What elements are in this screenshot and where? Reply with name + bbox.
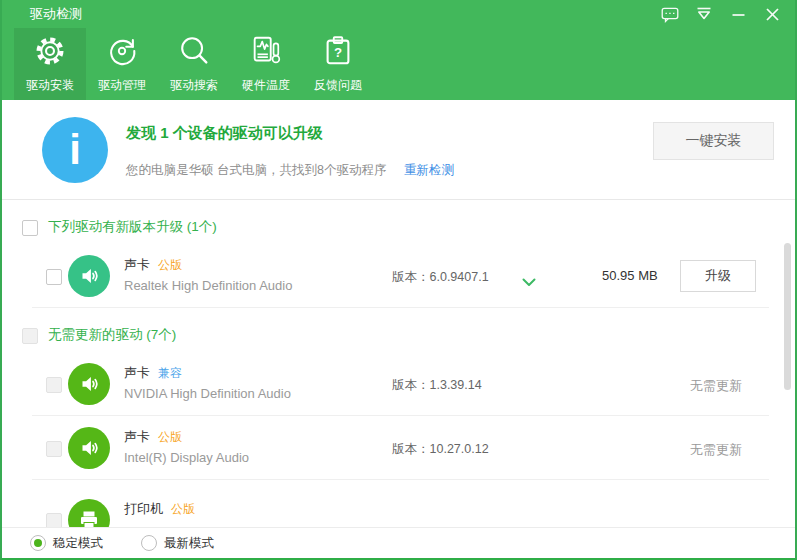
driver-version: 版本：6.0.9407.1 xyxy=(392,269,489,286)
driver-row-realtek: 声卡公版 Realtek High Definition Audio 版本：6.… xyxy=(2,244,795,308)
driver-status: 无需更新 xyxy=(690,377,742,395)
driver-tag: 兼容 xyxy=(158,366,182,380)
driver-status: 无需更新 xyxy=(690,441,742,459)
tab-label: 驱动管理 xyxy=(98,77,146,94)
driver-checkbox[interactable] xyxy=(46,513,62,528)
printer-icon xyxy=(68,499,110,528)
section-title: 无需更新的驱动 (7个) xyxy=(48,326,176,344)
upgrade-button[interactable]: 升级 xyxy=(680,260,756,292)
driver-row-printer: 打印机公版 xyxy=(2,488,795,528)
tab-label: 反馈问题 xyxy=(314,77,362,94)
latest-mode-radio[interactable] xyxy=(141,535,157,551)
message-bubble-icon[interactable] xyxy=(661,5,679,23)
temperature-icon xyxy=(249,34,283,72)
driver-category-label: 声卡 xyxy=(124,365,150,380)
driver-device-name: NVIDIA High Definition Audio xyxy=(124,386,291,401)
driver-checkbox[interactable] xyxy=(46,269,62,285)
driver-checkbox[interactable] xyxy=(46,441,62,457)
driver-category-label: 声卡 xyxy=(124,257,150,272)
speaker-icon xyxy=(68,255,110,297)
minimize-icon[interactable] xyxy=(729,5,747,23)
version-label: 版本： xyxy=(392,270,430,284)
driver-category: 声卡兼容 xyxy=(124,364,182,382)
scan-result-banner: i 发现 1 个设备的驱动可以升级 您的电脑是华硕 台式电脑，共找到8个驱动程序… xyxy=(2,100,795,200)
driver-category-label: 打印机 xyxy=(124,501,163,516)
tab-label: 驱动安装 xyxy=(26,77,74,94)
recheck-link[interactable]: 重新检测 xyxy=(404,163,454,177)
driver-tag: 公版 xyxy=(158,430,182,444)
driver-category: 打印机公版 xyxy=(124,500,195,518)
mode-label: 最新模式 xyxy=(164,535,214,552)
driver-version: 版本：1.3.39.14 xyxy=(392,377,482,394)
version-value: 6.0.9407.1 xyxy=(430,270,489,284)
chevron-down-icon[interactable] xyxy=(522,273,536,291)
section-upgradable-header: 下列驱动有新版本升级 (1个) xyxy=(2,200,795,244)
question-clipboard-icon: ? xyxy=(321,34,355,72)
driver-row-intel: 声卡公版 Intel(R) Display Audio 版本：10.27.0.1… xyxy=(2,416,795,480)
tab-hardware-temperature[interactable]: 硬件温度 xyxy=(230,28,302,100)
info-icon: i xyxy=(42,117,108,183)
content-area: i 发现 1 个设备的驱动可以升级 您的电脑是华硕 台式电脑，共找到8个驱动程序… xyxy=(2,100,795,528)
driver-size: 50.95 MB xyxy=(602,268,658,283)
driver-checkbox[interactable] xyxy=(46,377,62,393)
section-title: 下列驱动有新版本升级 (1个) xyxy=(48,218,217,236)
tab-label: 驱动搜索 xyxy=(170,77,218,94)
mode-footer: 稳定模式 最新模式 xyxy=(2,527,795,558)
driver-category: 声卡公版 xyxy=(124,256,182,274)
tab-driver-install[interactable]: 驱动安装 xyxy=(14,28,86,100)
section-uptodate-checkbox[interactable] xyxy=(22,328,38,344)
scan-result-subtext: 您的电脑是华硕 台式电脑，共找到8个驱动程序 重新检测 xyxy=(126,162,454,179)
latest-mode-option[interactable]: 最新模式 xyxy=(141,535,214,552)
section-upgradable-checkbox[interactable] xyxy=(22,220,38,236)
gear-icon xyxy=(33,34,67,72)
driver-version: 版本：10.27.0.12 xyxy=(392,441,489,458)
svg-text:?: ? xyxy=(334,45,342,60)
window-controls xyxy=(661,5,795,23)
driver-device-name: Realtek High Definition Audio xyxy=(124,278,292,293)
window-title: 驱动检测 xyxy=(30,5,82,23)
minimize-to-tray-icon[interactable] xyxy=(695,5,713,23)
driver-category: 声卡公版 xyxy=(124,428,182,446)
stable-mode-option[interactable]: 稳定模式 xyxy=(30,535,103,552)
search-icon xyxy=(177,34,211,72)
driver-tag: 公版 xyxy=(158,258,182,272)
app-window: 驱动检测 xyxy=(0,0,797,560)
version-label: 版本： xyxy=(392,442,430,456)
tab-feedback[interactable]: ? 反馈问题 xyxy=(302,28,374,100)
computer-info-text: 您的电脑是华硕 台式电脑，共找到8个驱动程序 xyxy=(126,163,386,177)
scrollbar-thumb[interactable] xyxy=(784,243,791,390)
tab-driver-search[interactable]: 驱动搜索 xyxy=(158,28,230,100)
version-value: 10.27.0.12 xyxy=(430,442,489,456)
stable-mode-radio[interactable] xyxy=(30,535,46,551)
driver-category-label: 声卡 xyxy=(124,429,150,444)
driver-device-name: Intel(R) Display Audio xyxy=(124,450,249,465)
tab-driver-manage[interactable]: 驱动管理 xyxy=(86,28,158,100)
one-click-install-button[interactable]: 一键安装 xyxy=(653,122,774,160)
close-icon[interactable] xyxy=(763,5,781,23)
driver-tag: 公版 xyxy=(171,502,195,516)
speaker-icon xyxy=(68,427,110,469)
speaker-icon xyxy=(68,363,110,405)
scan-result-heading: 发现 1 个设备的驱动可以升级 xyxy=(126,124,323,143)
version-label: 版本： xyxy=(392,378,430,392)
titlebar: 驱动检测 xyxy=(2,0,795,28)
main-nav: 驱动安装 驱动管理 驱动搜索 xyxy=(2,28,795,100)
section-uptodate-header: 无需更新的驱动 (7个) xyxy=(2,308,795,352)
tab-label: 硬件温度 xyxy=(242,77,290,94)
refresh-icon xyxy=(105,34,139,72)
driver-row-nvidia: 声卡兼容 NVIDIA High Definition Audio 版本：1.3… xyxy=(2,352,795,416)
version-value: 1.3.39.14 xyxy=(430,378,482,392)
mode-label: 稳定模式 xyxy=(53,535,103,552)
